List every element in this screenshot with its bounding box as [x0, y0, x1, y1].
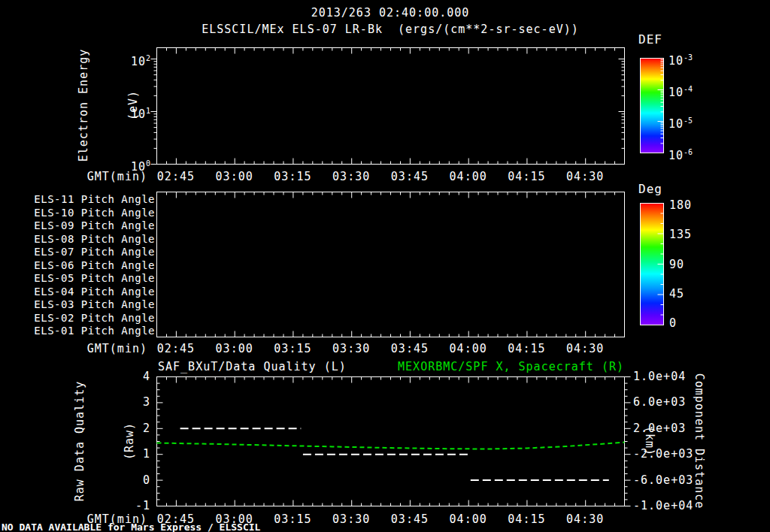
panel3-left-y-axis-label-line1: Raw Data Quality [71, 351, 88, 531]
cbtick-exp: -5 [684, 116, 693, 125]
p3-left-ytick: 3 [105, 395, 150, 409]
pitch-angle-row-label: ELS-11 Pitch Angle [30, 193, 155, 206]
time-tick-label: 03:45 [383, 342, 436, 355]
deg-colorbar-tick: 0 [669, 316, 677, 330]
pitch-angle-row-label: ELS-09 Pitch Angle [30, 219, 155, 232]
panel1-ytick: 101 [108, 104, 150, 121]
p3-right-ytick: -1.0e+04 [633, 499, 693, 512]
def-colorbar-title: DEF [638, 33, 662, 47]
ytick-exp: 1 [146, 107, 150, 115]
deg-colorbar-tick: 45 [669, 287, 684, 301]
time-tick-label: 04:15 [500, 170, 553, 183]
panel1-y-axis-label-line1: Electron Energy [75, 15, 92, 195]
time-tick-label: 02:45 [150, 170, 202, 183]
pitch-angle-row-label: ELS-06 Pitch Angle [30, 259, 155, 272]
pitch-angle-row-labels: ELS-11 Pitch AngleELS-10 Pitch AngleELS-… [30, 193, 155, 343]
time-tick-label: 03:00 [208, 170, 261, 183]
pitch-angle-row-label: ELS-07 Pitch Angle [30, 246, 155, 258]
def-colorbar-tick: 10-3 [668, 51, 693, 68]
deg-colorbar-tick: 180 [669, 198, 692, 212]
pitch-angle-row-label: ELS-08 Pitch Angle [30, 233, 155, 246]
panel3-right-y-axis-label-line1: Component Distance [691, 351, 708, 531]
deg-colorbar-title: Deg [638, 183, 662, 196]
ytick-exp: 0 [146, 159, 150, 168]
time-tick-label: 03:15 [266, 170, 319, 183]
pitch-angle-row-label: ELS-10 Pitch Angle [30, 207, 155, 219]
p3-left-ytick: 2 [105, 422, 150, 435]
no-data-message: NO DATA AVAILABLE for Mars Express / ELS… [2, 521, 260, 532]
p3-right-ytick: 1.0e+04 [633, 370, 686, 383]
pitch-angle-row-label: ELS-02 Pitch Angle [30, 312, 155, 325]
time-tick-label: 04:30 [559, 342, 611, 355]
time-tick-label: 04:00 [442, 170, 495, 183]
p3-left-ytick: -1 [105, 499, 150, 512]
time-tick-label: 04:30 [559, 512, 611, 526]
ytick-base: 10 [131, 55, 146, 68]
time-tick-label: 04:00 [442, 512, 495, 526]
time-tick-label: 04:00 [442, 342, 495, 355]
time-tick-label: 04:30 [559, 170, 611, 183]
p3-left-ytick: 4 [105, 370, 150, 383]
cbtick-base: 10 [668, 149, 684, 162]
pitch-angle-row-label: ELS-04 Pitch Angle [30, 286, 155, 298]
cbtick-exp: -6 [684, 148, 693, 156]
p3-right-ytick: 2.0e+03 [633, 422, 686, 435]
panel1-y-axis-label: Electron Energy (eV) [42, 15, 75, 195]
pitch-angle-row-label: ELS-05 Pitch Angle [30, 272, 155, 285]
p3-left-ytick: 0 [105, 473, 150, 487]
p3-right-ytick: -2.0e+03 [633, 447, 693, 461]
time-tick-label: 03:45 [383, 512, 436, 526]
cbtick-base: 10 [668, 86, 684, 99]
p3-left-ytick: 1 [105, 447, 150, 461]
time-tick-label: 03:15 [266, 512, 319, 526]
time-tick-label: 03:30 [325, 512, 377, 526]
def-colorbar-tick: 10-4 [668, 83, 693, 99]
cbtick-exp: -4 [684, 85, 693, 93]
cbtick-base: 10 [668, 117, 684, 131]
def-colorbar-tick: 10-6 [668, 146, 693, 162]
p3-right-series-title: MEXORBMC/SPF X, Spacecraft (R) [156, 360, 624, 373]
time-tick-label: 03:45 [383, 170, 436, 183]
time-tick-label: 04:15 [500, 342, 553, 355]
def-colorbar-tick: 10-5 [668, 114, 693, 131]
ytick-exp: 2 [146, 54, 150, 62]
time-tick-label: 03:00 [208, 342, 261, 355]
time-tick-label: 03:30 [325, 170, 377, 183]
panel1-ytick: 102 [108, 52, 150, 68]
deg-colorbar-tick: 135 [669, 228, 692, 241]
timestamp-title: 2013/263 02:40:00.000 [156, 6, 624, 20]
plot-title: ELSSCIL/MEx ELS-07 LR-Bk (ergs/(cm**2-sr… [156, 23, 624, 36]
time-tick-label: 04:15 [500, 512, 553, 526]
plot-canvas: 2013/263 02:40:00.000 ELSSCIL/MEx ELS-07… [0, 0, 770, 532]
panel3-right-y-axis-label: Component Distance (km) [708, 351, 741, 531]
p3-right-ytick: -6.0e+03 [633, 473, 693, 487]
panel3-left-y-axis-label: Raw Data Quality (Raw) [38, 351, 71, 531]
time-tick-label: 03:15 [266, 342, 319, 355]
ytick-base: 10 [131, 107, 146, 121]
time-tick-label: 03:30 [325, 342, 377, 355]
pitch-angle-row-label: ELS-03 Pitch Angle [30, 298, 155, 311]
p3-right-ytick: 6.0e+03 [633, 395, 686, 409]
pitch-angle-row-label: ELS-01 Pitch Angle [30, 325, 155, 337]
cbtick-base: 10 [668, 54, 684, 68]
cbtick-exp: -3 [684, 53, 693, 62]
deg-colorbar-tick: 90 [669, 258, 684, 271]
